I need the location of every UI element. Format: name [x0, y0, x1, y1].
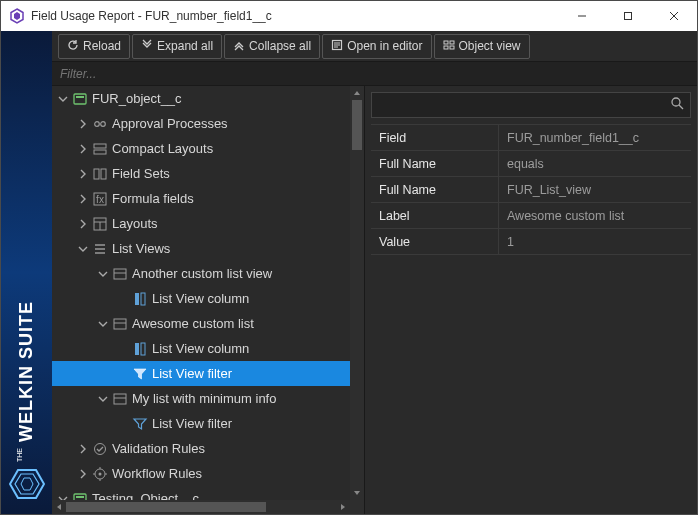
svg-point-43 [95, 443, 106, 454]
scroll-corner [350, 500, 364, 514]
svg-text:fx: fx [96, 194, 104, 205]
detail-pane: FieldFUR_number_field1__c Full Nameequal… [365, 86, 697, 514]
tree-node-layouts[interactable]: Layouts [52, 211, 350, 236]
tree-node-another-col[interactable]: List View column [52, 286, 350, 311]
minimize-button[interactable] [559, 1, 605, 31]
chevron-down-icon[interactable] [96, 267, 110, 281]
collapse-label: Collapse all [249, 39, 311, 53]
scroll-up-icon[interactable] [350, 86, 364, 100]
tree-node-compact[interactable]: Compact Layouts [52, 136, 350, 161]
collapse-all-button[interactable]: Collapse all [224, 34, 320, 59]
tree-node-mylist-filter[interactable]: List View filter [52, 411, 350, 436]
chevron-right-icon[interactable] [76, 142, 90, 156]
fieldset-icon [92, 166, 108, 182]
chevron-down-icon[interactable] [96, 317, 110, 331]
property-list: FieldFUR_number_field1__c Full Nameequal… [371, 124, 691, 255]
window-buttons [559, 1, 697, 31]
brand-text: THE WELKIN SUITE [16, 301, 37, 462]
svg-rect-41 [114, 394, 126, 404]
tree-label: Workflow Rules [112, 466, 202, 481]
filter-icon [132, 366, 148, 382]
scroll-thumb[interactable] [66, 502, 266, 512]
tree-node-workflow[interactable]: Workflow Rules [52, 461, 350, 486]
tree-node-awesome-filter[interactable]: List View filter [52, 361, 350, 386]
tree-node-mylist[interactable]: My list with minimum info [52, 386, 350, 411]
titlebar: Field Usage Report - FUR_number_field1__… [1, 1, 697, 31]
tree-node-awesome[interactable]: Awesome custom list [52, 311, 350, 336]
open-label: Open in editor [347, 39, 422, 53]
tree-label: List Views [112, 241, 170, 256]
tree-node-validation[interactable]: Validation Rules [52, 436, 350, 461]
svg-point-52 [672, 98, 680, 106]
property-key: Full Name [371, 177, 499, 202]
expand-label: Expand all [157, 39, 213, 53]
tree-label: List View column [152, 341, 249, 356]
expand-icon [141, 39, 153, 54]
object-view-button[interactable]: Object view [434, 34, 530, 59]
property-key: Label [371, 203, 499, 228]
svg-rect-15 [444, 46, 448, 49]
property-row[interactable]: Full Nameequals [371, 151, 691, 177]
tree-node-approval[interactable]: Approval Processes [52, 111, 350, 136]
tree-node-listviews[interactable]: List Views [52, 236, 350, 261]
chevron-down-icon[interactable] [56, 492, 70, 501]
expand-all-button[interactable]: Expand all [132, 34, 222, 59]
chevron-down-icon[interactable] [76, 242, 90, 256]
object-icon [72, 491, 88, 501]
filter-input[interactable] [52, 62, 697, 85]
tree-label: Approval Processes [112, 116, 228, 131]
close-button[interactable] [651, 1, 697, 31]
listview-icon [92, 241, 108, 257]
app-icon [9, 8, 25, 24]
chevron-down-icon[interactable] [96, 392, 110, 406]
tree-node-root[interactable]: FUR_object__c [52, 86, 350, 111]
tree-label: List View filter [152, 416, 232, 431]
object-icon [72, 91, 88, 107]
svg-rect-33 [114, 269, 126, 279]
horizontal-scrollbar[interactable] [52, 500, 350, 514]
property-row[interactable]: LabelAwesome custom list [371, 203, 691, 229]
reload-icon [67, 39, 79, 54]
object-view-icon [443, 39, 455, 54]
property-row[interactable]: Full NameFUR_List_view [371, 177, 691, 203]
property-value: FUR_List_view [499, 183, 691, 197]
tree-node-fieldsets[interactable]: Field Sets [52, 161, 350, 186]
vertical-scrollbar[interactable] [350, 86, 364, 500]
layouts-icon [92, 216, 108, 232]
maximize-button[interactable] [605, 1, 651, 31]
svg-marker-8 [21, 478, 33, 490]
svg-rect-13 [444, 41, 448, 44]
chevron-right-icon[interactable] [76, 167, 90, 181]
svg-line-53 [679, 105, 683, 109]
chevron-right-icon[interactable] [76, 217, 90, 231]
scroll-down-icon[interactable] [350, 486, 364, 500]
svg-marker-1 [14, 12, 20, 20]
tree-node-formula[interactable]: fx Formula fields [52, 186, 350, 211]
scroll-thumb[interactable] [352, 100, 362, 150]
layout-icon [92, 141, 108, 157]
reload-button[interactable]: Reload [58, 34, 130, 59]
scroll-right-icon[interactable] [336, 500, 350, 514]
property-row[interactable]: FieldFUR_number_field1__c [371, 125, 691, 151]
scroll-left-icon[interactable] [52, 500, 66, 514]
property-search[interactable] [371, 92, 691, 118]
svg-point-45 [99, 472, 102, 475]
tree-pane: FUR_object__c Approval Processes [52, 86, 365, 514]
svg-rect-21 [94, 144, 106, 148]
chevron-right-icon[interactable] [76, 117, 90, 131]
filter-row [52, 62, 697, 86]
svg-marker-7 [15, 474, 39, 494]
chevron-right-icon[interactable] [76, 192, 90, 206]
chevron-down-icon[interactable] [56, 92, 70, 106]
collapse-icon [233, 39, 245, 54]
property-row[interactable]: Value1 [371, 229, 691, 255]
property-key: Value [371, 229, 499, 254]
open-in-editor-button[interactable]: Open in editor [322, 34, 431, 59]
tree-label: Compact Layouts [112, 141, 213, 156]
chevron-right-icon[interactable] [76, 442, 90, 456]
tree-node-another[interactable]: Another custom list view [52, 261, 350, 286]
chevron-right-icon[interactable] [76, 467, 90, 481]
tree-node-testing[interactable]: Testing_Object__c [52, 486, 350, 500]
tree-node-awesome-col[interactable]: List View column [52, 336, 350, 361]
svg-point-19 [95, 121, 100, 126]
